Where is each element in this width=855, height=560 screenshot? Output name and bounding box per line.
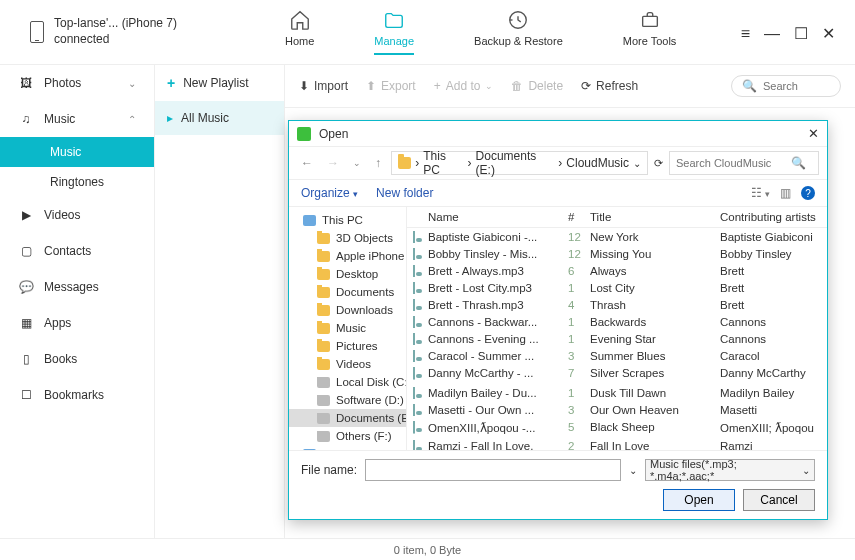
organize-menu[interactable]: Organize ▾	[301, 186, 358, 200]
open-button[interactable]: Open	[663, 489, 735, 511]
sidebar-music[interactable]: ♫Music⌃	[0, 101, 154, 137]
filename-label: File name:	[301, 463, 357, 477]
file-row[interactable]: Cannons - Backwar...1BackwardsCannonsBac…	[407, 313, 827, 330]
file-row[interactable]: Madilyn Bailey - Du...1Dusk Till DawnMad…	[407, 384, 827, 401]
addto-button[interactable]: +Add to⌄	[434, 79, 494, 93]
help-icon[interactable]: ?	[801, 186, 815, 200]
col-num[interactable]: #	[568, 211, 590, 223]
folder-icon	[317, 233, 330, 244]
nav-up-icon[interactable]: ↑	[371, 156, 385, 170]
download-icon: ⬇	[299, 79, 309, 93]
audio-file-icon	[413, 350, 415, 362]
chevron-up-icon: ⌃	[128, 114, 136, 125]
file-row[interactable]: Caracol - Summer ...3Summer BluesCaracol…	[407, 347, 827, 364]
col-name[interactable]: Name	[428, 211, 568, 223]
tab-manage[interactable]: Manage	[374, 9, 414, 55]
file-row[interactable]: Bobby Tinsley - Mis...12Missing YouBobby…	[407, 245, 827, 262]
upload-icon: ⬆	[366, 79, 376, 93]
tree-item[interactable]: Software (D:)	[289, 391, 406, 409]
book-icon: ▯	[18, 351, 34, 367]
search-input[interactable]	[763, 80, 833, 92]
sidebar-messages[interactable]: 💬Messages	[0, 269, 154, 305]
tree-item[interactable]: Local Disk (C:)	[289, 373, 406, 391]
cancel-button[interactable]: Cancel	[743, 489, 815, 511]
file-row[interactable]: Brett - Thrash.mp34ThrashBrettSAID DEEP …	[407, 296, 827, 313]
tree-item[interactable]: Documents	[289, 283, 406, 301]
trash-icon: 🗑	[511, 79, 523, 93]
tree-item[interactable]: Pictures	[289, 337, 406, 355]
tree-item[interactable]: Videos	[289, 355, 406, 373]
sidebar-bookmarks[interactable]: ☐Bookmarks	[0, 377, 154, 413]
export-button[interactable]: ⬆Export	[366, 79, 416, 93]
nav-refresh-icon[interactable]: ⟳	[654, 157, 663, 170]
sidebar-books[interactable]: ▯Books	[0, 341, 154, 377]
all-music[interactable]: ▸All Music	[155, 101, 284, 135]
nav-back-icon[interactable]: ←	[297, 156, 317, 170]
tree-item[interactable]: This PC	[289, 211, 406, 229]
tree-item[interactable]: Downloads	[289, 301, 406, 319]
dialog-search[interactable]: 🔍	[669, 151, 819, 175]
new-folder-button[interactable]: New folder	[376, 186, 433, 200]
col-artists[interactable]: Contributing artists	[720, 211, 827, 223]
contacts-icon: ▢	[18, 243, 34, 259]
menu-icon[interactable]: ≡	[741, 25, 750, 43]
delete-button[interactable]: 🗑Delete	[511, 79, 563, 93]
file-row[interactable]: Danny McCarthy - ...7Silver ScrapesDanny…	[407, 364, 827, 384]
file-row[interactable]: Masetti - Our Own ...3Our Own HeavenMase…	[407, 401, 827, 418]
maximize-icon[interactable]: ☐	[794, 24, 808, 43]
tree-item[interactable]: Desktop	[289, 265, 406, 283]
audio-file-icon	[413, 367, 415, 380]
filename-input[interactable]	[365, 459, 621, 481]
sidebar-contacts[interactable]: ▢Contacts	[0, 233, 154, 269]
view-mode-icon[interactable]: ☷ ▾	[751, 186, 770, 200]
tree-item[interactable]: Apple iPhone	[289, 247, 406, 265]
audio-file-icon	[413, 440, 415, 451]
breadcrumb[interactable]: › This PC› Documents (E:)› CloudMusic ⌄	[391, 151, 648, 175]
file-row[interactable]: OmenXIII,ƛpoqou -...5Black SheepOmenXIII…	[407, 418, 827, 437]
audio-file-icon	[413, 299, 415, 311]
close-window-icon[interactable]: ✕	[822, 24, 835, 43]
minimize-icon[interactable]: —	[764, 25, 780, 43]
sidebar-videos[interactable]: ▶Videos	[0, 197, 154, 233]
sidebar-photos[interactable]: 🖼Photos⌄	[0, 65, 154, 101]
file-row[interactable]: Ramzi - Fall In Love.2Fall In LoveRamziF…	[407, 437, 827, 450]
folder-icon	[317, 305, 330, 316]
tab-backup[interactable]: Backup & Restore	[474, 9, 563, 55]
status-bar: 0 item, 0 Byte	[0, 538, 855, 560]
refresh-icon: ⟳	[581, 79, 591, 93]
filename-dropdown-icon[interactable]: ⌄	[629, 465, 637, 476]
tree-item[interactable]: Others (F:)	[289, 427, 406, 445]
tab-home[interactable]: Home	[285, 9, 314, 55]
file-row[interactable]: Brett - Lost City.mp31Lost CityBrettLost…	[407, 279, 827, 296]
sidebar-apps[interactable]: ▦Apps	[0, 305, 154, 341]
folder-icon	[303, 215, 316, 226]
file-row[interactable]: Baptiste Giabiconi -...12New YorkBaptist…	[407, 228, 827, 245]
col-title[interactable]: Title	[590, 211, 720, 223]
audio-file-icon	[413, 316, 415, 328]
audio-file-icon	[413, 282, 415, 294]
dialog-search-input[interactable]	[676, 157, 791, 169]
dialog-close-icon[interactable]: ✕	[808, 126, 819, 141]
nav-fwd-icon[interactable]: →	[323, 156, 343, 170]
app-icon	[297, 127, 311, 141]
nav-down-icon[interactable]: ⌄	[349, 158, 365, 168]
folder-tree: This PC3D ObjectsApple iPhoneDesktopDocu…	[289, 207, 407, 450]
music-icon: ♫	[18, 111, 34, 127]
tree-item[interactable]: Documents (E:)	[289, 409, 406, 427]
filetype-filter[interactable]: Music files(*.mp3; *.m4a;*.aac;*⌄	[645, 459, 815, 481]
crumb-dropdown-icon[interactable]: ⌄	[633, 158, 641, 169]
sidebar-ringtones[interactable]: Ringtones	[0, 167, 154, 197]
new-playlist[interactable]: +New Playlist	[155, 65, 284, 101]
tree-item[interactable]: Music	[289, 319, 406, 337]
file-row[interactable]: Brett - Always.mp36AlwaysBrettBrett	[407, 262, 827, 279]
import-button[interactable]: ⬇Import	[299, 79, 348, 93]
file-row[interactable]: Cannons - Evening ...1Evening StarCannon…	[407, 330, 827, 347]
sidebar-music-sub[interactable]: Music	[0, 137, 154, 167]
tab-tools[interactable]: More Tools	[623, 9, 677, 55]
search-box[interactable]: 🔍	[731, 75, 841, 97]
tree-item[interactable]: 3D Objects	[289, 229, 406, 247]
play-icon: ▶	[18, 207, 34, 223]
chevron-down-icon: ⌄	[128, 78, 136, 89]
preview-pane-icon[interactable]: ▥	[780, 186, 791, 200]
refresh-button[interactable]: ⟳Refresh	[581, 79, 638, 93]
